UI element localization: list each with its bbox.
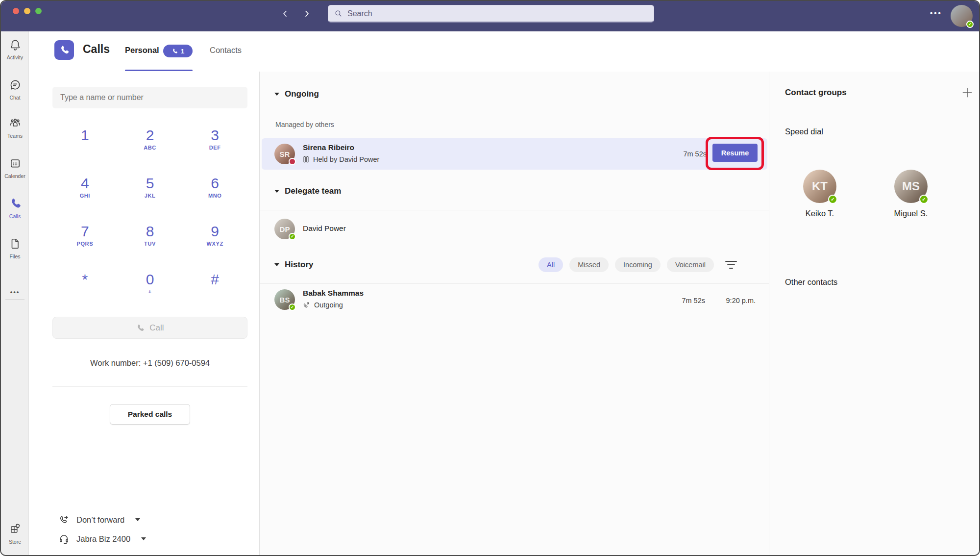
ongoing-call-badge[interactable]: 1	[163, 45, 193, 57]
filter-missed[interactable]: Missed	[569, 257, 609, 272]
contact-name: Keiko T.	[806, 209, 834, 218]
close-window-button[interactable]	[13, 8, 19, 14]
section-title: History	[285, 260, 314, 270]
sidebar-label: Calender	[4, 173, 25, 179]
divider	[52, 386, 247, 387]
dial-input[interactable]	[52, 87, 247, 108]
forward-button[interactable]	[300, 7, 314, 21]
delegate-member-row[interactable]: DP ✓ David Power	[262, 215, 767, 244]
key-7[interactable]: 7PQRS	[52, 222, 118, 270]
divider	[260, 283, 769, 284]
other-contacts-title: Other contacts	[785, 278, 837, 287]
filter-incoming[interactable]: Incoming	[615, 257, 661, 272]
sidebar-item-files[interactable]: Files	[1, 237, 29, 259]
filter-all[interactable]: All	[539, 257, 563, 272]
rail-more-button[interactable]: •••	[1, 288, 29, 296]
key-8[interactable]: 8TUV	[118, 222, 183, 270]
speed-dial-keiko[interactable]: KT ✓ Keiko T.	[785, 170, 854, 218]
chevron-down-icon	[274, 263, 279, 266]
section-ongoing[interactable]: Ongoing	[274, 87, 319, 101]
key-2[interactable]: 2ABC	[118, 126, 183, 174]
key-6[interactable]: 6MNO	[182, 174, 247, 222]
filter-voicemail[interactable]: Voicemail	[667, 257, 714, 272]
avatar: SR	[274, 144, 295, 164]
chevron-down-icon	[274, 190, 279, 193]
sidebar-item-chat[interactable]: Chat	[1, 78, 29, 101]
phone-icon	[59, 45, 70, 55]
search-icon	[334, 9, 343, 18]
call-button[interactable]: Call	[52, 317, 247, 339]
call-forward-icon	[58, 514, 70, 526]
teams-icon	[9, 117, 22, 129]
avatar: BS ✓	[274, 289, 295, 310]
resume-button[interactable]: Resume	[712, 144, 758, 162]
contact-groups-title: Contact groups	[785, 88, 847, 98]
chevron-down-icon	[135, 518, 140, 521]
minimize-window-button[interactable]	[24, 8, 30, 14]
sidebar-label: Files	[9, 253, 20, 259]
divider	[260, 210, 769, 210]
teams-window: Search ••• ✓ Activity Chat Teams Calende…	[0, 0, 980, 556]
page-title: Calls	[83, 43, 110, 56]
ongoing-call-row[interactable]: SR Sirena Ribeiro Held by David Power 7m…	[262, 138, 767, 170]
dialpad-keys: 1 2ABC 3DEF 4GHI 5JKL 6MNO 7PQRS 8TUV 9W…	[52, 126, 247, 318]
key-9[interactable]: 9WXYZ	[182, 222, 247, 270]
presence-available-badge: ✓	[966, 21, 974, 28]
headset-icon	[58, 533, 70, 545]
chevron-down-icon	[274, 93, 279, 96]
key-3[interactable]: 3DEF	[182, 126, 247, 174]
call-button-label: Call	[149, 323, 164, 333]
filter-icon[interactable]	[725, 259, 737, 270]
forward-setting-label: Don’t forward	[76, 515, 124, 525]
call-forward-setting[interactable]: Don’t forward	[58, 511, 140, 528]
calls-app-tile	[54, 40, 74, 60]
key-5[interactable]: 5JKL	[118, 174, 183, 222]
section-delegate-team[interactable]: Delegate team	[274, 184, 341, 198]
sidebar-item-calendar[interactable]: Calender	[1, 157, 29, 179]
sidebar-item-activity[interactable]: Activity	[1, 38, 29, 60]
key-hash[interactable]: #	[182, 270, 247, 318]
history-time: 9:20 p.m.	[726, 288, 756, 313]
managed-by-others-label: Managed by others	[275, 121, 334, 128]
phone-icon	[9, 197, 22, 210]
chevron-right-icon	[302, 9, 311, 18]
calendar-icon	[9, 157, 22, 170]
parked-calls-button[interactable]: Parked calls	[110, 404, 190, 425]
divider	[260, 113, 769, 113]
tab-personal[interactable]: Personal	[125, 46, 159, 55]
search-placeholder: Search	[347, 9, 372, 18]
dialpad-panel: 1 2ABC 3DEF 4GHI 5JKL 6MNO 7PQRS 8TUV 9W…	[29, 72, 260, 556]
back-button[interactable]	[278, 7, 292, 21]
avatar: KT ✓	[803, 170, 836, 203]
sidebar-label: Chat	[9, 95, 20, 101]
call-duration: 7m 52s	[683, 138, 707, 170]
tab-contacts[interactable]: Contacts	[210, 46, 242, 55]
contact-name: Miguel S.	[894, 209, 928, 218]
search-input[interactable]: Search	[328, 5, 654, 23]
zoom-window-button[interactable]	[35, 8, 42, 14]
sidebar-label: Activity	[7, 54, 23, 60]
key-star[interactable]: *	[52, 270, 118, 318]
chevron-left-icon	[281, 9, 290, 18]
pause-icon	[303, 156, 309, 163]
active-tab-underline	[125, 70, 193, 71]
titlebar-more-button[interactable]: •••	[930, 9, 942, 17]
key-4[interactable]: 4GHI	[52, 174, 118, 222]
member-name: David Power	[303, 224, 346, 233]
sidebar-item-teams[interactable]: Teams	[1, 117, 29, 139]
section-title: Delegate team	[285, 186, 341, 196]
presence-available-badge: ✓	[289, 303, 296, 311]
call-direction: Outgoing	[314, 301, 343, 309]
calls-main-panel: Ongoing Managed by others SR Sirena Ribe…	[260, 72, 769, 556]
section-history[interactable]: History	[274, 258, 314, 272]
speed-dial-miguel[interactable]: MS ✓ Miguel S.	[877, 170, 945, 218]
add-contact-group-button[interactable]	[961, 86, 974, 99]
profile-avatar[interactable]: ✓	[951, 5, 973, 27]
key-1[interactable]: 1	[52, 126, 118, 174]
history-entry-row[interactable]: BS ✓ Babak Shammas Outgoing 7m 52s 9:20 …	[262, 288, 767, 313]
sidebar-item-store[interactable]: Store	[1, 523, 29, 545]
audio-device-setting[interactable]: Jabra Biz 2400	[58, 531, 146, 547]
key-0[interactable]: 0+	[118, 270, 183, 318]
chat-icon	[9, 78, 22, 91]
sidebar-item-calls[interactable]: Calls	[1, 197, 29, 219]
